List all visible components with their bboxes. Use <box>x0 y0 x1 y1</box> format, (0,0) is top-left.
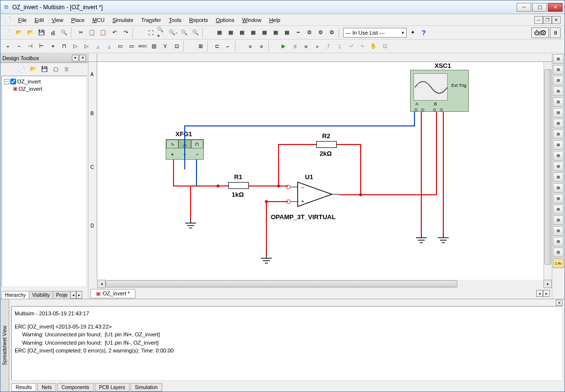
tb-grid7[interactable]: ▦ <box>282 27 292 38</box>
tb-pause[interactable]: ⏸ <box>289 41 300 52</box>
tb-comp8[interactable]: ▷ <box>81 41 92 52</box>
menu-options[interactable]: Options <box>212 16 239 24</box>
tb-comp13[interactable]: MISC <box>137 41 148 52</box>
minimize-button[interactable]: ─ <box>517 3 531 12</box>
tb-hier[interactable]: ⊞ <box>195 41 206 52</box>
tb-undo[interactable]: ↶ <box>109 27 120 38</box>
tree-root[interactable]: − OZ_invert <box>4 78 85 85</box>
instr-2[interactable]: ▤ <box>553 65 564 75</box>
tb-comp9[interactable]: ⟂ <box>92 41 103 52</box>
tb-zoomin[interactable]: 🔍+ <box>156 27 167 38</box>
menu-edit[interactable]: Edit <box>31 16 48 24</box>
instr-19[interactable]: ▤ <box>553 248 564 257</box>
tab-visibility[interactable]: Visibility <box>29 291 53 299</box>
mdi-restore[interactable]: ❐ <box>543 16 552 24</box>
tb-bus2[interactable]: ⌐ <box>223 41 234 52</box>
tb-switch[interactable]: ⏻|⏼ <box>531 27 549 38</box>
tb-wand[interactable]: ✦ <box>407 27 418 38</box>
ground[interactable] <box>184 219 197 230</box>
instr-7[interactable]: ▤ <box>553 119 564 128</box>
tab-components[interactable]: Components <box>57 383 94 392</box>
tb-comp1[interactable]: ÷ <box>2 41 13 52</box>
instr-9[interactable]: ▤ <box>553 140 564 150</box>
opamp[interactable]: − + <box>290 181 339 211</box>
spreadsheet-close[interactable]: ✕ <box>556 300 563 306</box>
menu-help[interactable]: Help <box>265 16 284 24</box>
tb-grid1[interactable]: ▦ <box>214 27 225 38</box>
tb-comp11[interactable]: ▭ <box>115 41 126 52</box>
tab-nav-right[interactable]: ▸ <box>76 291 82 299</box>
close-button[interactable]: ✕ <box>548 3 563 12</box>
tb-comp4[interactable]: ⊢ <box>36 41 47 52</box>
tb-step4[interactable]: ⤷ <box>357 41 368 52</box>
tree-child[interactable]: ▣ OZ_invert <box>13 85 85 92</box>
tab-nets[interactable]: Nets <box>37 383 56 392</box>
collapse-icon[interactable]: − <box>4 79 9 84</box>
menu-file[interactable]: File <box>14 16 31 24</box>
dt-save[interactable]: 💾 <box>39 63 50 74</box>
tb-paste[interactable]: 📋 <box>98 27 109 38</box>
tb-open2[interactable]: 📂 <box>25 27 36 38</box>
panel-close[interactable]: ✕ <box>79 55 86 62</box>
spreadsheet-content[interactable]: Multisim - 2013-05-19 21:43:17 ERC [OZ_i… <box>11 306 563 381</box>
tb-zoomout[interactable]: 🔍- <box>168 27 178 38</box>
tb-step3[interactable]: ⤶ <box>346 41 356 52</box>
tab-project[interactable]: Proje <box>53 291 71 299</box>
tab-nav-left[interactable]: ◂ <box>70 291 76 299</box>
instr-17[interactable]: ▤ <box>553 226 564 236</box>
hscrollbar[interactable]: ◂▸ <box>97 280 552 288</box>
menu-simulate[interactable]: Simulate <box>109 16 137 24</box>
tb-new[interactable]: 📄 <box>2 27 13 38</box>
menu-window[interactable]: Window <box>238 16 265 24</box>
tb-step1[interactable]: ⤴ <box>323 41 334 52</box>
tb-open[interactable]: 📂 <box>14 27 24 38</box>
tb-grid6[interactable]: ▦ <box>270 27 281 38</box>
tb-pause2[interactable]: ⏸ <box>550 27 561 38</box>
instr-5[interactable]: ▤ <box>553 97 564 107</box>
menu-reports[interactable]: Reports <box>185 16 212 24</box>
tb-run[interactable]: ▶ <box>278 41 289 52</box>
resistor-r2[interactable] <box>316 141 337 148</box>
tb-comp7[interactable]: ▷ <box>70 41 81 52</box>
menu-place[interactable]: Place <box>67 16 88 24</box>
vscrollbar[interactable] <box>543 62 552 280</box>
instr-12[interactable]: ▤ <box>553 172 564 182</box>
instr-3[interactable]: ▤ <box>553 76 564 85</box>
schematic-canvas[interactable]: XFG1 ∿ △ ⊓ +−− XSC1 <box>97 62 543 280</box>
resistor-r1[interactable] <box>228 182 249 189</box>
menu-tools[interactable]: Tools <box>165 16 185 24</box>
mdi-close[interactable]: ✕ <box>552 16 561 24</box>
tb-stop[interactable]: ■ <box>301 41 311 52</box>
tb-bus1[interactable]: ⊏ <box>212 41 222 52</box>
tb-grid2[interactable]: ▦ <box>225 27 236 38</box>
tb-hand[interactable]: ✋ <box>368 41 379 52</box>
design-tree[interactable]: − OZ_invert ▣ OZ_invert <box>1 76 87 287</box>
tb-copy[interactable]: 📋 <box>87 27 97 38</box>
dt-b4[interactable]: ▢ <box>50 63 61 74</box>
instr-20[interactable]: 1.4v <box>553 258 564 268</box>
tb-save[interactable]: 💾 <box>36 27 47 38</box>
tb-rec[interactable]: ● <box>312 41 323 52</box>
tb-comp10[interactable]: ⟂ <box>104 41 114 52</box>
tb-comp12[interactable]: ▭ <box>126 41 137 52</box>
dt-new[interactable]: 📄 <box>17 63 27 74</box>
tb-preview[interactable]: 🔍 <box>59 27 69 38</box>
tb-comp3[interactable]: ⊣ <box>25 41 36 52</box>
tb-help[interactable]: ? <box>418 27 429 38</box>
tb-list1[interactable]: ≡ <box>245 41 256 52</box>
tb-comp15[interactable]: Y <box>160 41 171 52</box>
in-use-list-combo[interactable]: --- In Use List --- <box>343 28 407 38</box>
tb-zoomfit[interactable]: 🔍 <box>190 27 201 38</box>
doc-nav-left[interactable]: ◂ <box>536 290 543 297</box>
maximize-button[interactable]: ▢ <box>532 3 547 12</box>
instr-13[interactable]: ▤ <box>553 183 564 193</box>
tb-grid3[interactable]: ▦ <box>237 27 247 38</box>
tb-comp16[interactable]: ⊡ <box>171 41 182 52</box>
tb-print[interactable]: 🖨 <box>47 27 58 38</box>
tab-results[interactable]: Results <box>11 383 36 392</box>
menu-mcu[interactable]: MCU <box>88 16 109 24</box>
tb-list2[interactable]: ≡ <box>256 41 267 52</box>
dt-b5[interactable]: 🗑 <box>62 63 72 74</box>
tb-fullscreen[interactable]: ⛶ <box>145 27 156 38</box>
tb-misc3[interactable]: ⚙ <box>326 27 337 38</box>
